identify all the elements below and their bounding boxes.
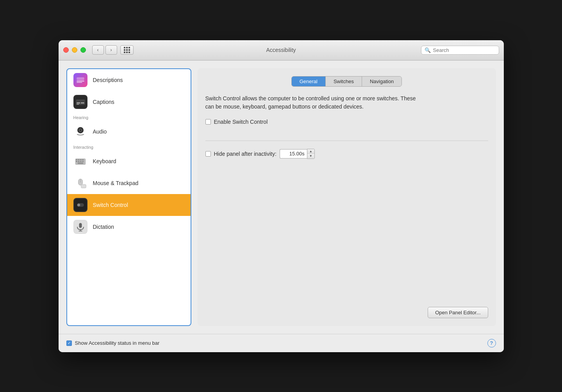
open-panel-editor-button[interactable]: Open Panel Editor... (428, 307, 488, 318)
tab-switches[interactable]: Switches (326, 77, 362, 86)
stepper-group: ▲ ▼ (280, 149, 315, 159)
svg-rect-2 (77, 82, 82, 83)
sidebar-item-switch-control[interactable]: Switch Control (67, 194, 191, 216)
svg-rect-14 (78, 159, 79, 160)
bottom-bar: ✓ Show Accessibility status in menu bar … (59, 334, 504, 352)
sidebar-item-descriptions[interactable]: Descriptions (67, 69, 191, 91)
sidebar-item-mouse-trackpad[interactable]: Mouse & Trackpad (67, 172, 191, 194)
svg-rect-13 (76, 159, 77, 160)
svg-rect-29 (79, 223, 82, 228)
maximize-button[interactable] (80, 47, 86, 53)
mouse-trackpad-label: Mouse & Trackpad (93, 180, 139, 186)
forward-button[interactable]: › (105, 45, 117, 55)
accessibility-window: ‹ › Accessibility 🔍 (59, 40, 504, 352)
captions-icon (73, 95, 87, 109)
enable-switch-control-row: Enable Switch Control (205, 119, 488, 125)
svg-rect-1 (77, 80, 84, 81)
hide-panel-row: Hide panel after inactivity: ▲ ▼ (205, 149, 488, 159)
back-button[interactable]: ‹ (92, 45, 104, 55)
stepper-down[interactable]: ▼ (307, 154, 314, 159)
search-icon: 🔍 (425, 47, 431, 53)
svg-rect-18 (78, 161, 79, 162)
svg-rect-20 (82, 161, 84, 162)
svg-rect-17 (76, 161, 77, 162)
interacting-category: Interacting (67, 143, 191, 150)
svg-rect-21 (77, 162, 83, 164)
enable-switch-control-checkbox[interactable] (205, 119, 211, 125)
svg-rect-3 (77, 77, 84, 80)
svg-rect-15 (80, 159, 82, 160)
sidebar-item-audio[interactable]: Audio (67, 121, 191, 143)
stepper-arrows: ▲ ▼ (307, 149, 315, 159)
window-title: Accessibility (266, 47, 296, 53)
bottom-left: ✓ Show Accessibility status in menu bar (66, 340, 160, 346)
show-accessibility-checkbox[interactable]: ✓ (66, 340, 72, 346)
svg-rect-7 (80, 102, 84, 103)
switch-control-icon (73, 198, 87, 212)
stepper-input[interactable] (280, 149, 307, 159)
main-panel: General Switches Navigation Switch Contr… (198, 68, 496, 326)
hide-panel-checkbox[interactable] (205, 151, 211, 157)
close-button[interactable] (63, 47, 69, 53)
show-accessibility-label: Show Accessibility status in menu bar (75, 340, 160, 346)
keyboard-icon (73, 154, 87, 168)
audio-icon (73, 125, 87, 139)
svg-rect-8 (77, 104, 79, 105)
mouse-trackpad-icon (73, 176, 87, 190)
tab-group: General Switches Navigation (291, 76, 402, 87)
svg-rect-19 (80, 161, 82, 162)
search-box[interactable]: 🔍 (421, 46, 499, 55)
tab-general[interactable]: General (292, 77, 326, 86)
captions-label: Captions (93, 99, 114, 105)
enable-switch-control-label: Enable Switch Control (214, 119, 268, 125)
hearing-category: Hearing (67, 113, 191, 121)
hide-panel-label: Hide panel after inactivity: (214, 151, 277, 157)
titlebar: ‹ › Accessibility 🔍 (59, 40, 504, 61)
divider (205, 141, 488, 141)
search-input[interactable] (433, 47, 496, 53)
sidebar-item-dictation[interactable]: Dictation (67, 216, 191, 238)
help-button[interactable]: ? (487, 339, 496, 347)
sidebar-item-captions[interactable]: Captions (67, 91, 191, 113)
tabs-container: General Switches Navigation (205, 76, 488, 87)
tab-navigation[interactable]: Navigation (362, 77, 401, 86)
svg-rect-24 (81, 184, 86, 188)
svg-rect-16 (82, 159, 84, 160)
dictation-label: Dictation (93, 224, 114, 230)
descriptions-icon (73, 73, 87, 87)
svg-rect-6 (77, 102, 80, 103)
description-text: Switch Control allows the computer to be… (205, 94, 416, 111)
grid-view-button[interactable] (120, 45, 134, 55)
switch-control-label: Switch Control (93, 202, 128, 208)
keyboard-label: Keyboard (93, 158, 116, 164)
traffic-lights (63, 47, 86, 53)
sidebar: Descriptions Captions Hearing (66, 68, 191, 326)
grid-icon (124, 47, 130, 53)
minimize-button[interactable] (72, 47, 77, 53)
svg-point-11 (80, 129, 81, 131)
content-area: Descriptions Captions Hearing (59, 61, 504, 334)
svg-point-27 (77, 203, 80, 206)
stepper-up[interactable]: ▲ (307, 149, 314, 154)
sidebar-item-keyboard[interactable]: Keyboard (67, 150, 191, 172)
descriptions-label: Descriptions (93, 77, 123, 83)
audio-label: Audio (93, 128, 107, 135)
nav-buttons: ‹ › (92, 45, 117, 55)
dictation-icon (73, 220, 87, 234)
